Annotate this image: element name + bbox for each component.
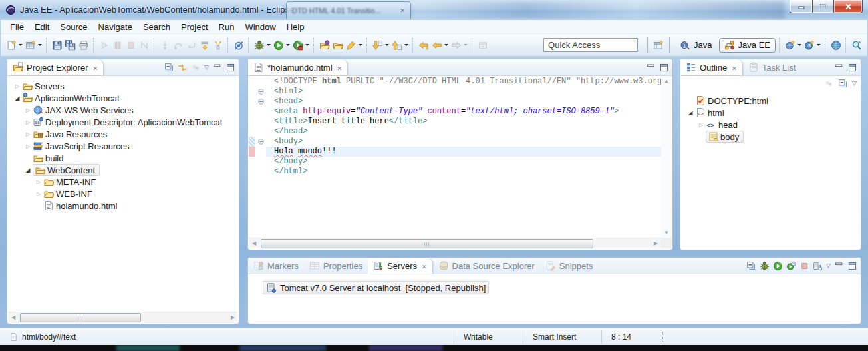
tree-item-build[interactable]: build [10,152,239,164]
expander-icon[interactable]: ▷ [23,143,33,149]
new-web-artifact-dropdown-icon[interactable] [797,44,801,46]
debug-button[interactable] [253,37,272,53]
forward-dropdown-icon[interactable] [464,44,468,46]
tree-item-jax-ws-web-services[interactable]: ▷JAX-WS Web Services [10,104,239,116]
tab-task-list[interactable]: Task List [743,59,801,75]
menu-file[interactable]: File [5,21,29,33]
maximize-view-button[interactable] [659,63,669,73]
debug-server-button[interactable] [760,261,770,271]
tab-data-source-explorer[interactable]: Data Source Explorer [433,258,540,274]
focus-button[interactable] [824,79,834,89]
quick-access-input[interactable] [543,38,638,52]
new-web-artifact-button[interactable] [784,37,803,53]
maximize-view-button[interactable] [847,261,857,271]
tree-item-javascript-resources[interactable]: ▷JavaScript Resources [10,140,239,152]
scroll-left-icon[interactable]: ◀ [249,239,259,248]
tab-project-explorer[interactable]: Project Explorer [7,59,104,75]
new-wizard-button[interactable] [24,37,43,53]
tree-item-doctype-html[interactable]: DOCTYPE:html [683,95,861,107]
tree-item-body[interactable]: body [683,131,861,143]
profile-server-button[interactable] [786,261,796,271]
external-tools-dropdown-icon[interactable] [305,44,309,46]
expander-icon[interactable]: ▷ [34,191,43,197]
explorer-horizontal-scrollbar[interactable]: ◀ ▶ [8,312,238,323]
last-edit-location-button[interactable] [417,37,430,53]
previous-annotation-button[interactable] [390,37,410,53]
disconnect-button[interactable] [138,37,151,53]
expander-icon[interactable]: ◢ [686,109,695,116]
background-tab-close-icon[interactable]: ✕ [400,7,405,14]
expander-icon[interactable]: ▷ [23,119,33,125]
background-browser-tab[interactable]: DTD HTML 4.01 Transitio... ✕ [286,1,411,19]
editor-tab-close-icon[interactable] [336,63,343,73]
tree-item-servers[interactable]: ▷Servers [10,80,239,92]
maximize-view-button[interactable] [847,63,857,73]
code-line-9[interactable]: </body> [249,157,661,167]
start-server-button[interactable] [773,261,783,271]
tree-item-html[interactable]: ◢<>html [683,107,861,119]
tree-item-java-resources[interactable]: ▷Java Resources [10,128,239,140]
collapse-all-button[interactable] [164,63,174,73]
scroll-right-icon[interactable]: ▶ [227,313,238,322]
web-services-dropdown-icon[interactable] [817,44,821,46]
fold-toggle-icon[interactable] [255,97,266,107]
tree-item-webcontent[interactable]: ◢WebContent [10,164,239,176]
expander-icon[interactable]: ◢ [13,95,22,101]
menu-window[interactable]: Window [239,21,281,33]
tab-servers[interactable]: Servers [368,258,432,274]
back-button[interactable] [430,37,450,53]
tab-holamundo-html[interactable]: *holamundo.html [248,59,348,75]
perspective-javaee-button[interactable]: Java EE [719,38,776,53]
scroll-thumb[interactable] [20,313,141,322]
publish-server-button[interactable] [813,261,823,271]
expander-icon[interactable]: ▷ [23,107,33,113]
menu-run[interactable]: Run [214,21,240,33]
code-line-6[interactable]: </head> [249,127,661,137]
save-button[interactable] [51,37,64,53]
minimize-view-button[interactable] [834,63,844,73]
previous-annotation-dropdown-icon[interactable] [404,44,408,46]
focus-working-set-button[interactable] [191,63,201,73]
code-line-10[interactable]: </html> [249,167,661,176]
scroll-down-icon[interactable]: ▼ [664,228,669,238]
web-browser-button[interactable] [829,37,843,53]
save-all-button[interactable] [64,37,77,53]
view-menu-icon[interactable]: ▽ [204,64,209,71]
menu-help[interactable]: Help [281,21,310,33]
skip-breakpoints-button[interactable] [232,37,245,53]
stop-server-button[interactable] [799,261,809,271]
code-line-4[interactable]: <meta http-equiv="Content-Type" content=… [249,107,661,117]
status-bar-grip[interactable] [660,332,663,342]
open-resource-button[interactable] [318,37,331,53]
scroll-track[interactable] [259,238,651,249]
new-button[interactable] [5,37,24,53]
run-button[interactable] [272,37,291,53]
code-line-3[interactable]: <head> [249,97,661,107]
close-button[interactable] [833,0,863,13]
external-tools-button[interactable] [291,37,311,53]
back-dropdown-icon[interactable] [444,44,448,46]
minimize-view-button[interactable] [212,63,222,73]
open-perspective-button[interactable] [652,37,665,53]
fold-toggle-icon[interactable] [255,137,266,147]
status-insert-mode[interactable]: Smart Insert [523,330,601,344]
forward-button[interactable] [450,37,469,53]
maximize-button[interactable] [812,0,833,13]
outline-tab-close-icon[interactable] [730,63,737,73]
link-with-editor-button[interactable] [476,37,490,53]
new-dropdown-icon[interactable] [19,44,23,46]
expander-icon[interactable]: ▷ [696,122,706,128]
code-line-2[interactable]: <html> [249,87,661,97]
tree-item-deployment-descriptor-aplicacionwebtomcat[interactable]: ▷3.0Deployment Descriptor: AplicacionWeb… [10,116,239,128]
new-wizard-dropdown-icon[interactable] [38,44,42,46]
minimize-button[interactable] [790,0,812,13]
expander-icon[interactable]: ▷ [23,131,33,137]
scroll-right-icon[interactable]: ▶ [651,239,661,248]
tab-snippets[interactable]: Snippets [540,258,599,274]
minimize-view-button[interactable] [834,261,844,271]
web-services-button[interactable]: S [803,37,822,53]
run-dropdown-icon[interactable] [286,44,290,46]
search-button[interactable] [850,37,863,53]
print-button[interactable] [77,37,90,53]
menu-edit[interactable]: Edit [29,21,55,33]
